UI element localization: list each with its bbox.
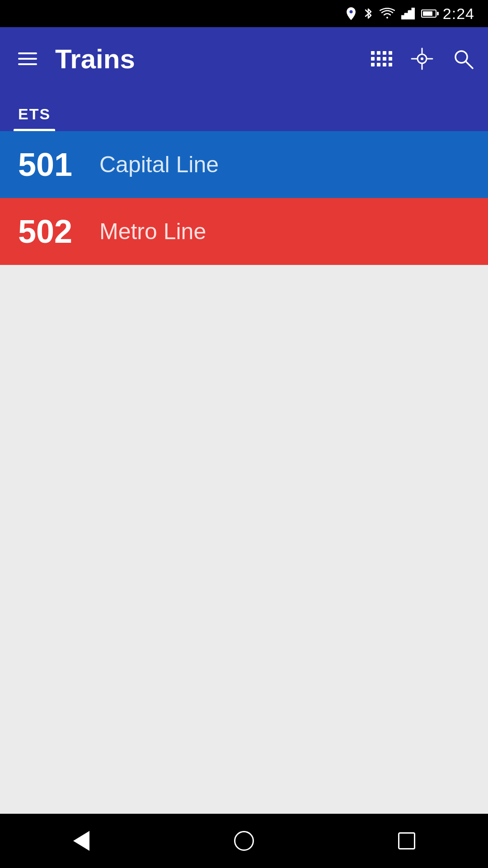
train-number-502: 502 — [18, 213, 90, 250]
svg-rect-1 — [401, 16, 404, 19]
app-bar: Trains — [0, 27, 488, 90]
home-button[interactable] — [221, 823, 267, 859]
train-name-501: Capital Line — [99, 151, 219, 178]
train-line-501[interactable]: 501 Capital Line — [0, 131, 488, 198]
back-icon — [73, 831, 89, 851]
svg-rect-2 — [405, 14, 408, 19]
bluetooth-status-icon — [363, 7, 373, 20]
train-number-501: 501 — [18, 146, 90, 183]
home-icon — [234, 831, 254, 851]
app-bar-actions — [371, 47, 474, 71]
train-list: 501 Capital Line 502 Metro Line — [0, 131, 488, 814]
recents-button[interactable] — [384, 823, 429, 859]
battery-status-icon — [421, 9, 436, 18]
status-time: 2:24 — [443, 5, 474, 23]
svg-line-12 — [466, 61, 473, 68]
empty-content-area — [0, 265, 488, 814]
tab-ets-indicator — [14, 129, 55, 131]
menu-line-1 — [18, 52, 37, 54]
status-icons: 2:24 — [345, 5, 474, 23]
train-line-502[interactable]: 502 Metro Line — [0, 198, 488, 265]
menu-line-2 — [18, 58, 37, 60]
train-name-502: Metro Line — [99, 218, 206, 245]
search-button[interactable] — [452, 47, 474, 70]
menu-line-3 — [18, 63, 37, 65]
back-button[interactable] — [59, 823, 104, 859]
location-status-icon — [345, 7, 357, 20]
svg-rect-3 — [408, 11, 411, 19]
location-button[interactable] — [410, 47, 434, 71]
signal-status-icon — [401, 8, 415, 19]
tab-ets-label: ETS — [18, 105, 51, 123]
bottom-nav — [0, 814, 488, 868]
menu-button[interactable] — [14, 48, 42, 70]
svg-point-6 — [421, 57, 423, 60]
recents-icon — [398, 832, 415, 849]
wifi-status-icon — [380, 8, 395, 19]
svg-point-0 — [349, 10, 352, 14]
status-bar: 2:24 — [0, 0, 488, 27]
app-title: Trains — [55, 43, 371, 75]
tab-ets[interactable]: ETS — [14, 105, 55, 131]
grid-view-button[interactable] — [371, 51, 392, 66]
tab-bar: ETS — [0, 90, 488, 131]
svg-rect-4 — [412, 8, 415, 19]
